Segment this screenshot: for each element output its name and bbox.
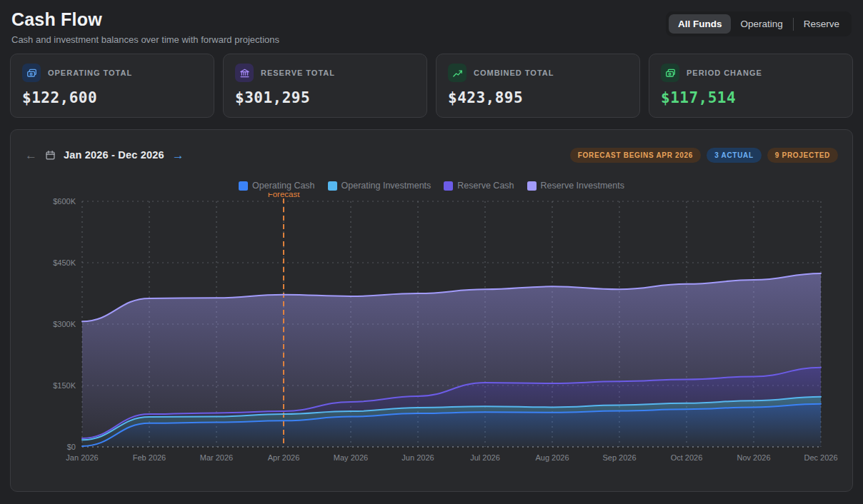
date-range-label: Jan 2026 - Dec 2026: [64, 149, 164, 161]
legend-item-reserve-investments[interactable]: Reserve Investments: [527, 181, 624, 191]
tab-reserve[interactable]: Reserve: [794, 14, 849, 34]
date-navigation: ← Jan 2026 - Dec 2026 →: [25, 149, 184, 161]
tab-operating[interactable]: Operating: [731, 14, 792, 34]
svg-text:Feb 2026: Feb 2026: [133, 453, 166, 462]
stat-card-operating-total: OPERATING TOTAL $122,600: [10, 54, 214, 118]
chart-panel-header: ← Jan 2026 - Dec 2026 → FORECAST BEGINS …: [11, 144, 852, 166]
svg-text:Jun 2026: Jun 2026: [401, 453, 434, 462]
legend-item-operating-investments[interactable]: Operating Investments: [328, 181, 432, 191]
cashflow-chart: Forecast$0$150K$300K$450K$600KJan 2026Fe…: [11, 193, 852, 468]
next-period-button[interactable]: →: [172, 149, 184, 161]
reserve-cash-swatch: [444, 181, 453, 191]
banknotes-icon: [661, 64, 679, 82]
stats-row: OPERATING TOTAL $122,600 RESERVE TOTAL $…: [0, 45, 863, 118]
cash-flow-chart-panel: ← Jan 2026 - Dec 2026 → FORECAST BEGINS …: [10, 129, 853, 492]
svg-text:Mar 2026: Mar 2026: [200, 453, 233, 462]
operating-cash-swatch: [239, 181, 248, 191]
banknotes-icon: [22, 64, 41, 82]
svg-text:Apr 2026: Apr 2026: [268, 453, 300, 462]
page-subtitle: Cash and investment balances over time w…: [11, 34, 279, 45]
operating-investments-swatch: [328, 181, 337, 191]
reserve-investments-swatch: [527, 181, 537, 191]
svg-text:$150K: $150K: [53, 381, 76, 390]
svg-text:$300K: $300K: [53, 320, 76, 328]
fund-tab-bar: All Funds Operating Reserve: [666, 11, 852, 36]
page-header: Cash Flow Cash and investment balances o…: [0, 0, 863, 45]
trend-up-icon: [448, 64, 467, 82]
stat-card-combined-total: COMBINED TOTAL $423,895: [436, 54, 640, 118]
legend-item-operating-cash[interactable]: Operating Cash: [239, 181, 315, 191]
chart-area: Forecast$0$150K$300K$450K$600KJan 2026Fe…: [11, 193, 852, 468]
prev-period-button[interactable]: ←: [25, 149, 37, 161]
svg-text:Dec 2026: Dec 2026: [804, 453, 837, 462]
stat-value: $117,514: [661, 89, 841, 106]
svg-text:Sep 2026: Sep 2026: [602, 453, 636, 462]
forecast-begins-badge: FORECAST BEGINS APR 2026: [570, 148, 701, 163]
svg-text:$450K: $450K: [53, 258, 76, 267]
tab-divider: [793, 18, 794, 31]
svg-text:May 2026: May 2026: [334, 453, 368, 462]
stat-value: $122,600: [22, 89, 202, 106]
svg-text:Forecast: Forecast: [268, 193, 301, 198]
title-block: Cash Flow Cash and investment balances o…: [11, 9, 279, 45]
calendar-icon: [45, 150, 56, 161]
svg-text:Aug 2026: Aug 2026: [535, 453, 569, 462]
tab-all-funds[interactable]: All Funds: [669, 14, 732, 34]
svg-text:Jan 2026: Jan 2026: [66, 453, 98, 462]
actual-count-badge: 3 ACTUAL: [707, 148, 762, 163]
svg-text:Nov 2026: Nov 2026: [737, 453, 770, 462]
svg-text:$0: $0: [67, 443, 76, 451]
stat-label: COMBINED TOTAL: [474, 69, 554, 77]
stat-value: $301,295: [235, 89, 415, 106]
chart-legend: Operating Cash Operating Investments Res…: [11, 180, 852, 191]
projected-count-badge: 9 PROJECTED: [767, 148, 838, 163]
svg-text:$600K: $600K: [53, 197, 76, 206]
svg-text:Jul 2026: Jul 2026: [470, 453, 500, 462]
svg-text:Oct 2026: Oct 2026: [671, 453, 703, 462]
page-title: Cash Flow: [11, 9, 279, 30]
stat-label: RESERVE TOTAL: [261, 69, 335, 77]
stat-card-period-change: PERIOD CHANGE $117,514: [649, 54, 853, 118]
bank-icon: [235, 64, 254, 82]
status-badges: FORECAST BEGINS APR 2026 3 ACTUAL 9 PROJ…: [570, 148, 838, 163]
stat-label: OPERATING TOTAL: [48, 69, 132, 77]
stat-value: $423,895: [448, 89, 628, 106]
stat-label: PERIOD CHANGE: [687, 69, 762, 77]
stat-card-reserve-total: RESERVE TOTAL $301,295: [223, 54, 427, 118]
legend-item-reserve-cash[interactable]: Reserve Cash: [444, 181, 514, 191]
